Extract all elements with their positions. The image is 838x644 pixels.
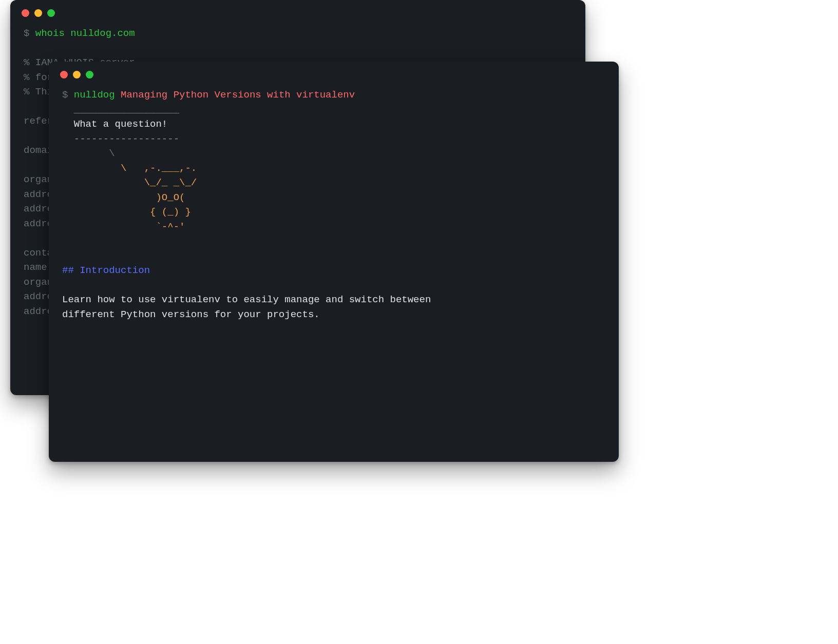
speech-border-top: __________________ [62,104,179,115]
ascii-art-line: \ [62,148,162,159]
speech-border-bottom: ------------------ [62,133,179,145]
close-icon[interactable] [60,71,68,79]
zoom-icon[interactable] [86,71,93,79]
ascii-art-line: )O_O( [62,192,185,203]
window-controls [10,0,585,21]
command-text: whois nulldog.com [35,28,135,39]
ascii-art-line: { (_) } [62,206,191,218]
window-controls [49,62,619,83]
ascii-art-line: \ ,-.___,-. [62,163,197,174]
terminal-window-front: $ nulldog Managing Python Versions with … [49,62,619,462]
article-title: Managing Python Versions with virtualenv [121,89,355,101]
ascii-art-line: \_/_ _\_/ [62,177,197,188]
close-icon[interactable] [22,9,29,17]
prompt-symbol: $ [24,28,29,39]
terminal-output-front: $ nulldog Managing Python Versions with … [49,83,619,334]
prompt-symbol: $ [62,89,68,101]
minimize-icon[interactable] [73,71,81,79]
zoom-icon[interactable] [47,9,55,17]
command-text: nulldog [74,89,115,101]
minimize-icon[interactable] [34,9,42,17]
section-heading: ## Introduction [62,265,150,276]
speech-text: What a question! [62,119,167,130]
ascii-art-line: `-^-' [62,221,185,232]
body-text: Learn how to use virtualenv to easily ma… [62,294,431,320]
